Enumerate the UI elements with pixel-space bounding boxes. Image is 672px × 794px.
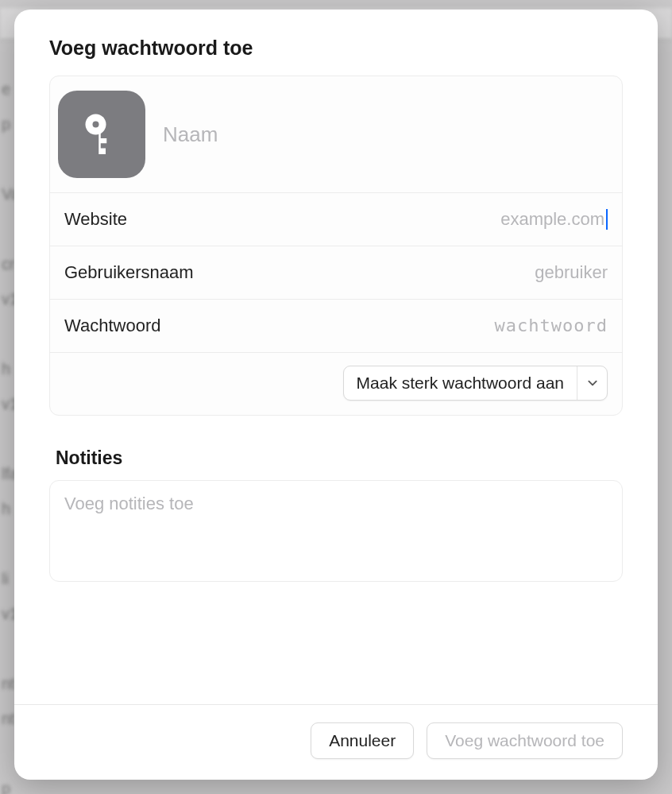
username-row: Gebruikersnaam — [50, 246, 622, 299]
generate-row: Maak sterk wachtwoord aan — [50, 352, 622, 415]
generate-password-button[interactable]: Maak sterk wachtwoord aan — [344, 366, 577, 400]
username-input[interactable] — [309, 262, 608, 283]
password-row: Wachtwoord — [50, 299, 622, 352]
key-icon — [58, 91, 145, 178]
website-label: Website — [64, 209, 127, 230]
add-password-button[interactable]: Voeg wachtwoord toe — [427, 722, 623, 759]
notes-box — [49, 480, 623, 582]
add-password-dialog: Voeg wachtwoord toe Website Gebruikersna… — [14, 10, 658, 780]
cancel-button[interactable]: Annuleer — [311, 722, 414, 759]
website-row: Website — [50, 192, 622, 246]
dialog-title: Voeg wachtwoord toe — [49, 37, 623, 60]
name-input[interactable] — [163, 122, 608, 147]
credentials-card: Website Gebruikersnaam Wachtwoord Maak s… — [49, 76, 623, 416]
chevron-down-icon — [587, 378, 598, 389]
svg-point-1 — [93, 122, 99, 128]
website-input[interactable] — [309, 209, 608, 230]
notes-input[interactable] — [64, 494, 608, 565]
generate-password-dropdown[interactable] — [577, 366, 607, 400]
notes-title: Notities — [56, 447, 623, 469]
username-label: Gebruikersnaam — [64, 262, 194, 283]
password-label: Wachtwoord — [64, 316, 160, 336]
password-input[interactable] — [309, 316, 608, 336]
generate-password-split-button: Maak sterk wachtwoord aan — [343, 366, 608, 401]
name-row — [50, 76, 622, 192]
dialog-footer: Annuleer Voeg wachtwoord toe — [14, 704, 658, 780]
